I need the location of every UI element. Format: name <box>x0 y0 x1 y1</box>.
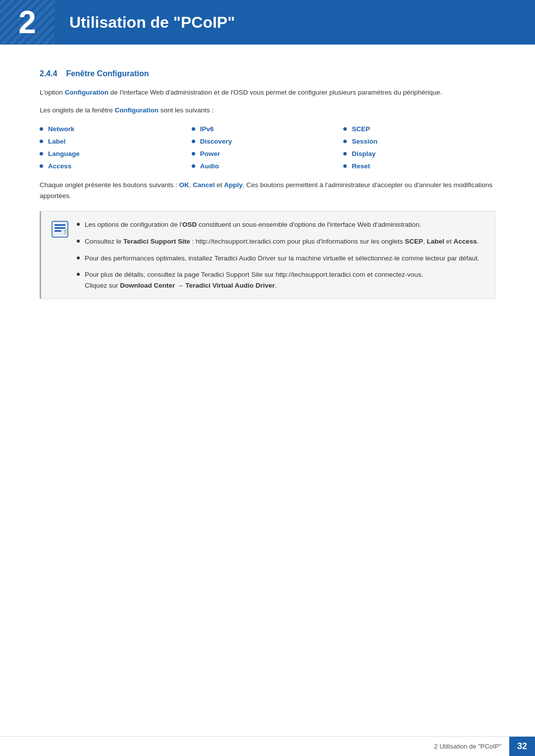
p2-bold: Configuration <box>115 106 159 114</box>
bullet-dot <box>192 127 195 131</box>
bullet-item-label: Power <box>200 150 220 157</box>
bullet-dot <box>77 240 80 243</box>
access-bold: Access <box>453 238 477 245</box>
apply-label: Apply <box>224 181 243 189</box>
chapter-number: 2 <box>18 6 36 38</box>
chapter-number-box: 2 <box>0 0 54 45</box>
bullet-dot <box>343 140 347 143</box>
bullet-item-label: SCEP <box>352 125 370 133</box>
note-content: Les options de configuration de l'OSD co… <box>77 219 485 291</box>
list-item: Display <box>343 150 495 157</box>
ok-and: et <box>214 181 224 189</box>
note-item-3-text: Pour des performances optimales, install… <box>85 253 480 264</box>
bullet-dot <box>343 152 347 155</box>
svg-rect-0 <box>52 221 68 237</box>
ok-label: OK <box>179 181 189 189</box>
bullet-col-1: Network Label Language Access <box>40 125 192 170</box>
note-list-item: Consultez le Teradici Support Site : htt… <box>77 236 485 247</box>
note-item-1-text: Les options de configuration de l'OSD co… <box>85 219 421 230</box>
list-item: Power <box>192 150 344 157</box>
page-header: 2 Utilisation de "PCoIP" <box>0 0 535 45</box>
list-item: Session <box>343 138 495 145</box>
bullet-item-label: Audio <box>200 162 219 170</box>
osd-bold: OSD <box>182 221 197 228</box>
list-item: Discovery <box>192 138 344 145</box>
bullet-dot <box>77 223 80 226</box>
list-item: IPv6 <box>192 125 344 133</box>
p1-text-rest: de l'interface Web d'administration et d… <box>108 89 442 96</box>
main-content: 2.4.4 Fenêtre Configuration L'option Con… <box>0 45 535 349</box>
bullet-item-label: Session <box>352 138 377 145</box>
bullet-dot <box>40 127 43 131</box>
bullet-item-label: Label <box>48 138 65 145</box>
bullet-item-label: Language <box>48 150 80 157</box>
note-list-item: Les options de configuration de l'OSD co… <box>77 219 485 230</box>
paragraph-ok: Chaque onglet présente les boutons suiva… <box>40 180 495 201</box>
bullet-item-label: Network <box>48 125 74 133</box>
p1-text-start: L'option <box>40 89 65 96</box>
list-item: Access <box>40 162 192 170</box>
list-item: Language <box>40 150 192 157</box>
svg-rect-1 <box>54 224 65 226</box>
paragraph-2: Les onglets de la fenêtre Configuration … <box>40 105 495 116</box>
p2-end: sont les suivants : <box>159 106 214 114</box>
label-bold: Label <box>427 238 444 245</box>
bullet-dot <box>343 127 347 131</box>
footer-text: 2 Utilisation de "PCoIP" <box>434 743 509 750</box>
section-heading: 2.4.4 Fenêtre Configuration <box>40 69 495 78</box>
paragraph-1: L'option Configuration de l'interface We… <box>40 87 495 98</box>
page-footer: 2 Utilisation de "PCoIP" 32 <box>0 736 535 756</box>
note-icon <box>51 220 69 238</box>
p1-bold: Configuration <box>65 89 108 96</box>
note-bullet-list: Les options de configuration de l'OSD co… <box>77 219 485 291</box>
bullet-item-label: IPv6 <box>200 125 214 133</box>
bullet-item-label: Discovery <box>200 138 232 145</box>
bullet-dot <box>40 152 43 155</box>
svg-rect-3 <box>54 230 61 232</box>
bullet-columns: Network Label Language Access IPv6 <box>40 125 495 170</box>
bullet-dot <box>192 140 195 143</box>
note-item-2-text: Consultez le Teradici Support Site : htt… <box>85 236 479 247</box>
scep-bold: SCEP <box>405 238 423 245</box>
bullet-col-2: IPv6 Discovery Power Audio <box>192 125 344 170</box>
download-center-bold: Download Center → Teradici Virtual Audio… <box>120 282 275 289</box>
list-item: Audio <box>192 162 344 170</box>
section-number: 2.4.4 <box>40 69 57 78</box>
list-item: SCEP <box>343 125 495 133</box>
bullet-item-label: Access <box>48 162 71 170</box>
teradici-support-bold: Teradici Support Site <box>123 238 190 245</box>
footer-page-number: 32 <box>509 737 535 756</box>
list-item: Network <box>40 125 192 133</box>
bullet-dot <box>40 140 43 143</box>
bullet-dot <box>77 273 80 276</box>
bullet-dot <box>192 164 195 168</box>
bullet-item-label: Reset <box>352 162 370 170</box>
bullet-dot <box>192 152 195 155</box>
bullet-dot <box>77 256 80 259</box>
header-title: Utilisation de "PCoIP" <box>54 13 235 32</box>
bullet-col-3: SCEP Session Display Reset <box>343 125 495 170</box>
list-item: Reset <box>343 162 495 170</box>
p2-start: Les onglets de la fenêtre <box>40 106 115 114</box>
list-item: Label <box>40 138 192 145</box>
svg-rect-2 <box>54 227 65 229</box>
section-title: Fenêtre Configuration <box>66 69 149 78</box>
note-item-4-text: Pour plus de détails, consultez la page … <box>85 269 423 291</box>
bullet-item-label: Display <box>352 150 375 157</box>
note-list-item: Pour des performances optimales, install… <box>77 253 485 264</box>
bullet-dot <box>40 164 43 168</box>
note-list-item: Pour plus de détails, consultez la page … <box>77 269 485 291</box>
ok-para-start: Chaque onglet présente les boutons suiva… <box>40 181 179 189</box>
cancel-label: Cancel <box>193 181 214 189</box>
note-box: Les options de configuration de l'OSD co… <box>40 211 495 299</box>
bullet-dot <box>343 164 347 168</box>
